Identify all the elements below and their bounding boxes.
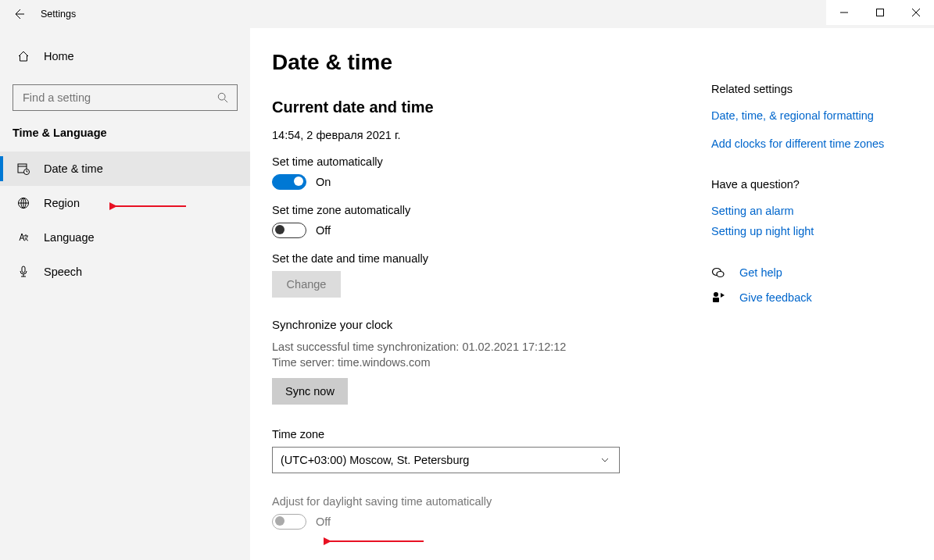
dst-label: Adjust for daylight saving time automati… [272, 495, 689, 508]
sync-heading: Synchronize your clock [272, 318, 689, 331]
tz-label: Time zone [272, 428, 689, 441]
sidebar-item-date-time[interactable]: Date & time [0, 152, 250, 186]
set-time-auto-toggle[interactable] [272, 174, 306, 190]
sidebar-category: Time & Language [0, 117, 250, 141]
dst-state: Off [316, 515, 331, 528]
get-help-row[interactable]: Get help [711, 266, 915, 280]
close-button[interactable] [898, 0, 934, 25]
set-tz-auto-toggle[interactable] [272, 223, 306, 238]
sidebar-item-language[interactable]: Language [0, 220, 250, 255]
set-time-auto-label: Set time automatically [272, 155, 689, 168]
help-icon [711, 266, 725, 280]
feedback-icon [711, 291, 725, 305]
sidebar-item-label: Date & time [44, 162, 103, 175]
calendar-clock-icon [17, 162, 30, 175]
settings-content: Date & time Current date and time 14:54,… [250, 28, 711, 560]
chevron-down-icon [599, 454, 611, 466]
back-button[interactable] [0, 0, 38, 28]
change-button[interactable]: Change [272, 271, 341, 298]
language-icon [17, 231, 30, 244]
sync-last: Last successful time synchronization: 01… [272, 339, 689, 355]
link-night-light[interactable]: Setting up night light [711, 225, 915, 237]
sync-now-button[interactable]: Sync now [272, 378, 348, 405]
right-rail: Related settings Date, time, & regional … [711, 28, 934, 560]
arrow-left-icon [13, 8, 25, 20]
link-date-time-regional[interactable]: Date, time, & regional formatting [711, 109, 915, 122]
search-input[interactable] [13, 84, 238, 111]
search-field[interactable] [21, 91, 217, 105]
page-title: Date & time [272, 50, 689, 75]
titlebar: Settings [0, 0, 934, 28]
svg-point-10 [717, 272, 724, 277]
sidebar-item-speech[interactable]: Speech [0, 255, 250, 289]
related-settings-heading: Related settings [711, 83, 915, 95]
search-icon [217, 91, 229, 104]
set-tz-auto-label: Set time zone automatically [272, 204, 689, 216]
set-tz-auto-state: Off [316, 224, 331, 237]
minimize-button[interactable] [826, 0, 862, 25]
section-current-title: Current date and time [272, 98, 689, 116]
sidebar-item-label: Language [44, 231, 95, 244]
annotation-arrow-icon [324, 536, 425, 547]
current-datetime-value: 14:54, 2 февраля 2021 г. [272, 129, 689, 141]
sidebar: Home Time & Language [0, 28, 250, 560]
sidebar-item-label: Region [44, 197, 80, 209]
link-add-clocks[interactable]: Add clocks for different time zones [711, 137, 915, 150]
globe-icon [17, 197, 30, 209]
timezone-value: (UTC+03:00) Moscow, St. Petersburg [281, 454, 469, 466]
set-manual-label: Set the date and time manually [272, 252, 689, 265]
sidebar-item-label: Speech [44, 266, 82, 278]
microphone-icon [17, 266, 30, 278]
timezone-select[interactable]: (UTC+03:00) Moscow, St. Petersburg [272, 447, 620, 473]
sidebar-home-label: Home [44, 50, 74, 62]
set-time-auto-state: On [316, 176, 331, 188]
svg-point-11 [714, 292, 718, 297]
have-a-question-heading: Have a question? [711, 178, 915, 191]
maximize-button[interactable] [862, 0, 898, 25]
link-get-help[interactable]: Get help [739, 266, 782, 279]
link-give-feedback[interactable]: Give feedback [739, 291, 812, 304]
window-title: Settings [38, 9, 76, 20]
link-setting-alarm[interactable]: Setting an alarm [711, 205, 915, 217]
give-feedback-row[interactable]: Give feedback [711, 291, 915, 305]
sidebar-home[interactable]: Home [0, 39, 250, 73]
svg-point-1 [218, 93, 225, 100]
svg-rect-0 [877, 9, 884, 16]
sidebar-item-region[interactable]: Region [0, 186, 250, 220]
svg-rect-12 [713, 298, 719, 302]
svg-rect-6 [22, 266, 25, 273]
sync-server: Time server: time.windows.com [272, 355, 689, 370]
home-icon [17, 50, 30, 62]
dst-toggle [272, 514, 306, 530]
